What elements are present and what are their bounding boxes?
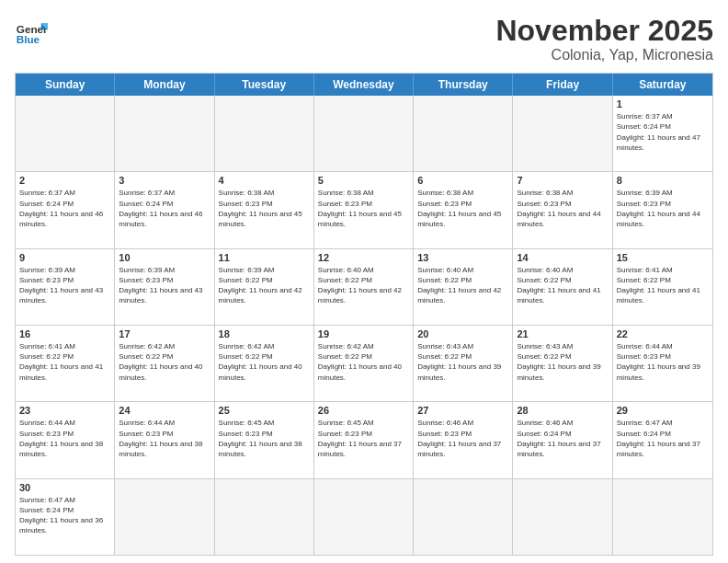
day-number: 13: [417, 252, 508, 263]
calendar-cell: 24Sunrise: 6:44 AM Sunset: 6:23 PM Dayli…: [115, 402, 214, 477]
page: General Blue November 2025 Colonia, Yap,…: [0, 0, 728, 563]
day-number: 26: [318, 405, 409, 416]
day-info: Sunrise: 6:40 AM Sunset: 6:22 PM Dayligh…: [318, 265, 409, 306]
weekday-header: Wednesday: [314, 74, 414, 96]
day-number: 3: [119, 175, 210, 186]
calendar-cell: 18Sunrise: 6:42 AM Sunset: 6:22 PM Dayli…: [215, 326, 314, 401]
day-info: Sunrise: 6:38 AM Sunset: 6:23 PM Dayligh…: [517, 188, 608, 229]
day-info: Sunrise: 6:41 AM Sunset: 6:22 PM Dayligh…: [617, 265, 709, 306]
day-info: Sunrise: 6:39 AM Sunset: 6:23 PM Dayligh…: [617, 188, 709, 229]
calendar-row: 16Sunrise: 6:41 AM Sunset: 6:22 PM Dayli…: [16, 325, 712, 401]
calendar-cell: 12Sunrise: 6:40 AM Sunset: 6:22 PM Dayli…: [314, 249, 414, 325]
day-number: 22: [617, 328, 709, 339]
calendar-cell: 5Sunrise: 6:38 AM Sunset: 6:23 PM Daylig…: [314, 172, 414, 247]
logo: General Blue: [15, 15, 48, 48]
logo-icon: General Blue: [15, 15, 48, 48]
day-info: Sunrise: 6:39 AM Sunset: 6:23 PM Dayligh…: [119, 265, 210, 306]
day-info: Sunrise: 6:44 AM Sunset: 6:23 PM Dayligh…: [19, 418, 110, 459]
day-number: 6: [417, 175, 508, 186]
calendar-cell: [414, 479, 513, 555]
calendar-cell: 4Sunrise: 6:38 AM Sunset: 6:23 PM Daylig…: [215, 172, 314, 247]
calendar-cell: [215, 479, 314, 555]
calendar-cell: 6Sunrise: 6:38 AM Sunset: 6:23 PM Daylig…: [414, 172, 513, 247]
day-info: Sunrise: 6:37 AM Sunset: 6:24 PM Dayligh…: [119, 188, 210, 229]
day-number: 29: [617, 405, 709, 416]
day-info: Sunrise: 6:44 AM Sunset: 6:23 PM Dayligh…: [617, 341, 709, 383]
calendar-cell: 3Sunrise: 6:37 AM Sunset: 6:24 PM Daylig…: [115, 172, 214, 247]
day-number: 4: [219, 175, 310, 186]
day-number: 8: [617, 175, 709, 186]
calendar-cell: [613, 479, 712, 555]
calendar-cell: [115, 479, 214, 555]
calendar-cell: 17Sunrise: 6:42 AM Sunset: 6:22 PM Dayli…: [115, 326, 214, 401]
weekday-header: Thursday: [414, 74, 513, 96]
calendar-cell: 30Sunrise: 6:47 AM Sunset: 6:24 PM Dayli…: [16, 479, 115, 555]
day-number: 27: [417, 405, 508, 416]
calendar-cell: [314, 479, 414, 555]
calendar-cell: 19Sunrise: 6:42 AM Sunset: 6:22 PM Dayli…: [314, 326, 414, 401]
day-number: 7: [517, 175, 608, 186]
header: General Blue November 2025 Colonia, Yap,…: [15, 15, 713, 63]
day-number: 11: [219, 252, 310, 263]
day-info: Sunrise: 6:43 AM Sunset: 6:22 PM Dayligh…: [517, 341, 608, 383]
day-info: Sunrise: 6:43 AM Sunset: 6:22 PM Dayligh…: [417, 341, 508, 383]
day-number: 12: [318, 252, 409, 263]
month-title: November 2025: [495, 15, 713, 47]
day-info: Sunrise: 6:37 AM Sunset: 6:24 PM Dayligh…: [617, 111, 709, 153]
weekday-header: Tuesday: [215, 74, 314, 96]
calendar-header: SundayMondayTuesdayWednesdayThursdayFrid…: [16, 74, 712, 96]
calendar-cell: 21Sunrise: 6:43 AM Sunset: 6:22 PM Dayli…: [513, 326, 612, 401]
weekday-header: Monday: [115, 74, 214, 96]
day-number: 21: [517, 328, 608, 339]
day-info: Sunrise: 6:47 AM Sunset: 6:24 PM Dayligh…: [19, 495, 110, 536]
day-number: 20: [417, 328, 508, 339]
calendar-cell: 7Sunrise: 6:38 AM Sunset: 6:23 PM Daylig…: [513, 172, 612, 247]
day-number: 2: [19, 175, 110, 186]
day-info: Sunrise: 6:39 AM Sunset: 6:22 PM Dayligh…: [219, 265, 310, 306]
calendar-cell: [16, 96, 115, 171]
calendar-cell: [513, 96, 612, 171]
day-number: 18: [219, 328, 310, 339]
day-info: Sunrise: 6:45 AM Sunset: 6:23 PM Dayligh…: [318, 418, 409, 459]
day-info: Sunrise: 6:38 AM Sunset: 6:23 PM Dayligh…: [219, 188, 310, 229]
day-number: 28: [517, 405, 608, 416]
calendar: SundayMondayTuesdayWednesdayThursdayFrid…: [15, 73, 713, 556]
calendar-cell: 25Sunrise: 6:45 AM Sunset: 6:23 PM Dayli…: [215, 402, 314, 477]
calendar-row: 30Sunrise: 6:47 AM Sunset: 6:24 PM Dayli…: [16, 478, 712, 555]
weekday-header: Sunday: [16, 74, 115, 96]
location-title: Colonia, Yap, Micronesia: [495, 47, 713, 63]
calendar-cell: [513, 479, 612, 555]
day-info: Sunrise: 6:42 AM Sunset: 6:22 PM Dayligh…: [318, 341, 409, 383]
calendar-cell: 27Sunrise: 6:46 AM Sunset: 6:23 PM Dayli…: [414, 402, 513, 477]
day-number: 16: [19, 328, 110, 339]
calendar-cell: 8Sunrise: 6:39 AM Sunset: 6:23 PM Daylig…: [613, 172, 712, 247]
calendar-cell: 1Sunrise: 6:37 AM Sunset: 6:24 PM Daylig…: [613, 96, 712, 171]
calendar-row: 1Sunrise: 6:37 AM Sunset: 6:24 PM Daylig…: [16, 96, 712, 171]
day-info: Sunrise: 6:44 AM Sunset: 6:23 PM Dayligh…: [119, 418, 210, 459]
day-info: Sunrise: 6:37 AM Sunset: 6:24 PM Dayligh…: [19, 188, 110, 229]
weekday-header: Saturday: [613, 74, 712, 96]
calendar-cell: [115, 96, 214, 171]
calendar-row: 9Sunrise: 6:39 AM Sunset: 6:23 PM Daylig…: [16, 248, 712, 325]
day-number: 25: [219, 405, 310, 416]
calendar-cell: 14Sunrise: 6:40 AM Sunset: 6:22 PM Dayli…: [513, 249, 612, 325]
day-info: Sunrise: 6:46 AM Sunset: 6:23 PM Dayligh…: [417, 418, 508, 459]
day-info: Sunrise: 6:38 AM Sunset: 6:23 PM Dayligh…: [318, 188, 409, 229]
day-info: Sunrise: 6:41 AM Sunset: 6:22 PM Dayligh…: [19, 341, 110, 383]
day-number: 30: [19, 482, 110, 493]
day-info: Sunrise: 6:40 AM Sunset: 6:22 PM Dayligh…: [517, 265, 608, 306]
calendar-row: 2Sunrise: 6:37 AM Sunset: 6:24 PM Daylig…: [16, 171, 712, 247]
day-number: 10: [119, 252, 210, 263]
calendar-cell: 13Sunrise: 6:40 AM Sunset: 6:22 PM Dayli…: [414, 249, 513, 325]
calendar-cell: 20Sunrise: 6:43 AM Sunset: 6:22 PM Dayli…: [414, 326, 513, 401]
day-info: Sunrise: 6:46 AM Sunset: 6:24 PM Dayligh…: [517, 418, 608, 459]
title-block: November 2025 Colonia, Yap, Micronesia: [495, 15, 713, 63]
calendar-cell: 11Sunrise: 6:39 AM Sunset: 6:22 PM Dayli…: [215, 249, 314, 325]
calendar-cell: 29Sunrise: 6:47 AM Sunset: 6:24 PM Dayli…: [613, 402, 712, 477]
calendar-cell: 2Sunrise: 6:37 AM Sunset: 6:24 PM Daylig…: [16, 172, 115, 247]
day-info: Sunrise: 6:38 AM Sunset: 6:23 PM Dayligh…: [417, 188, 508, 229]
calendar-cell: 22Sunrise: 6:44 AM Sunset: 6:23 PM Dayli…: [613, 326, 712, 401]
day-number: 15: [617, 252, 709, 263]
day-number: 23: [19, 405, 110, 416]
calendar-cell: 28Sunrise: 6:46 AM Sunset: 6:24 PM Dayli…: [513, 402, 612, 477]
